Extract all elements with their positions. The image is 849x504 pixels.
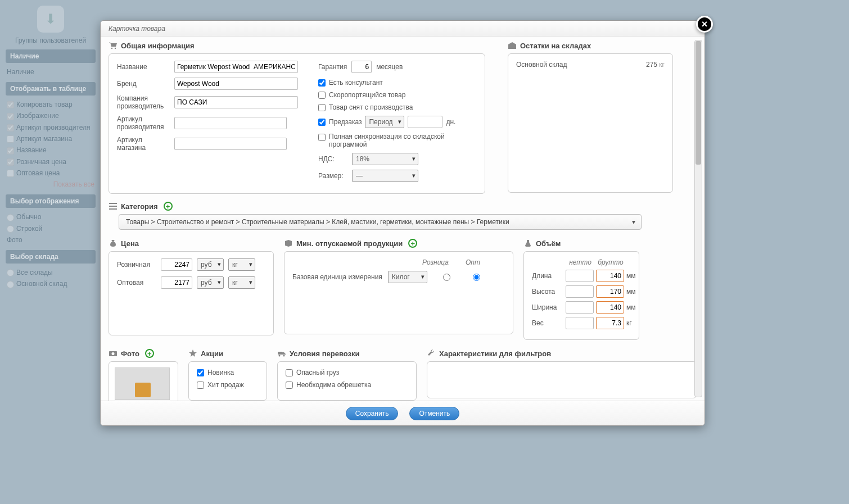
product-thumbnail[interactable] <box>115 367 170 400</box>
weight-unit: кг <box>626 319 640 327</box>
svg-rect-3 <box>513 46 515 48</box>
svg-point-11 <box>283 355 285 357</box>
danger-label: Опасный груз <box>296 369 339 376</box>
retail-currency-select[interactable]: руб <box>197 258 224 271</box>
perishable-checkbox[interactable] <box>318 92 326 99</box>
wholesale-currency-select[interactable]: руб <box>197 276 224 289</box>
panel-stock: Основной склад 275 кг <box>508 53 673 193</box>
wholesale-head: Опт <box>466 258 480 266</box>
svg-rect-5 <box>109 206 117 207</box>
height-label: Высота <box>532 288 565 296</box>
svg-rect-4 <box>109 203 117 204</box>
size-select[interactable]: — <box>352 170 418 182</box>
preorder-days-unit: дн. <box>446 118 455 126</box>
wholesale-weight-select[interactable]: кг <box>228 276 255 289</box>
vat-label: НДС: <box>318 155 346 163</box>
sku-mfr-input[interactable] <box>174 117 287 129</box>
manufacturer-label: Компания производитель <box>117 94 169 111</box>
vat-select[interactable]: 18% <box>352 153 418 165</box>
scrollbar[interactable] <box>694 40 702 397</box>
add-minrelease-button[interactable]: + <box>408 239 417 248</box>
panel-shipping: Опасный груз Необходима обрешетка <box>277 361 417 401</box>
height-net-input[interactable] <box>566 285 594 298</box>
section-promo-title: Акции <box>201 349 223 358</box>
length-net-input[interactable] <box>566 270 594 282</box>
warranty-unit: месяцев <box>376 63 403 71</box>
camera-icon <box>109 349 118 358</box>
sync-checkbox[interactable] <box>318 134 326 141</box>
sync-label: Полная синхронизация со складской програ… <box>329 133 453 148</box>
brand-label: Бренд <box>117 80 169 88</box>
close-button[interactable]: × <box>696 16 713 33</box>
net-head: нетто <box>566 258 595 266</box>
section-stock-title: Остатки на складах <box>520 42 591 50</box>
preorder-label: Предзаказ <box>329 118 362 126</box>
stock-qty: 275 кг <box>646 61 665 69</box>
panel-price: Розничная руб кг Оптовая руб кг <box>109 251 274 335</box>
panel-photo <box>109 361 178 401</box>
section-filters-title: Характеристики для фильтров <box>439 349 551 358</box>
length-label: Длина <box>532 272 565 280</box>
hit-checkbox[interactable] <box>197 382 204 389</box>
base-unit-select[interactable]: Килог <box>388 271 427 283</box>
preorder-checkbox[interactable] <box>318 119 326 126</box>
svg-point-0 <box>111 48 112 49</box>
new-label: Новинка <box>207 369 234 376</box>
manufacturer-input[interactable] <box>174 96 298 108</box>
category-dropdown[interactable]: Товары > Строительство и ремонт > Строит… <box>119 214 642 230</box>
cancel-button[interactable]: Отменить <box>409 407 459 420</box>
svg-rect-2 <box>509 46 512 48</box>
warranty-input[interactable] <box>351 61 372 73</box>
add-photo-button[interactable]: + <box>145 349 154 358</box>
panel-filters <box>427 361 697 398</box>
consultant-checkbox[interactable] <box>318 79 326 87</box>
danger-checkbox[interactable] <box>286 369 293 376</box>
crate-label: Необходима обрешетка <box>296 381 371 389</box>
panel-minrelease: Розница Опт Базовая единица измерения Ки… <box>284 251 513 334</box>
discontinued-checkbox[interactable] <box>318 104 326 111</box>
retail-input[interactable] <box>161 258 192 271</box>
weight-net-input[interactable] <box>566 317 594 329</box>
retail-radio[interactable] <box>443 274 450 281</box>
wholesale-label: Оптовая <box>117 279 156 287</box>
section-category-title: Категория <box>121 202 158 211</box>
name-input[interactable] <box>174 61 298 73</box>
background-sidebar: ⬇ Группы пользователей Наличие Наличие О… <box>0 0 101 296</box>
retail-weight-select[interactable]: кг <box>228 258 255 271</box>
add-category-button[interactable]: + <box>164 202 173 211</box>
height-gross-input[interactable] <box>596 285 624 298</box>
stock-row: Основной склад 275 кг <box>516 61 665 69</box>
width-label: Ширина <box>532 303 565 311</box>
section-minrelease-title: Мин. отпускаемой продукции <box>296 239 403 248</box>
preorder-period-select[interactable]: Период <box>365 116 404 128</box>
discontinued-label: Товар снят с производства <box>329 103 413 111</box>
width-unit: мм <box>626 303 640 311</box>
sku-store-input[interactable] <box>174 138 287 150</box>
width-net-input[interactable] <box>566 301 594 314</box>
crate-checkbox[interactable] <box>286 382 293 389</box>
panel-general: Название Бренд Компания производитель <box>109 53 485 194</box>
save-button[interactable]: Сохранить <box>346 407 399 420</box>
weight-gross-input[interactable] <box>596 317 624 329</box>
section-price-title: Цена <box>121 239 139 248</box>
wholesale-input[interactable] <box>161 276 192 289</box>
preorder-days-input[interactable] <box>408 116 442 128</box>
moneybag-icon <box>109 239 118 248</box>
section-shipping-title: Условия перевозки <box>290 349 360 358</box>
warehouse-icon <box>508 41 517 50</box>
modal-title: Карточка товара <box>101 21 705 37</box>
stock-name: Основной склад <box>516 61 567 69</box>
gross-head: брутто <box>596 258 625 266</box>
retail-head: Розница <box>422 258 449 266</box>
panel-volume: неттобрутто Длина мм Высота мм <box>523 251 639 340</box>
width-gross-input[interactable] <box>596 301 624 314</box>
base-unit-label: Базовая единица измерения <box>292 273 382 281</box>
length-gross-input[interactable] <box>596 270 624 282</box>
length-unit: мм <box>626 272 640 280</box>
star-icon <box>188 349 197 358</box>
wholesale-radio[interactable] <box>473 274 480 281</box>
box-icon <box>284 239 293 248</box>
new-checkbox[interactable] <box>197 369 204 376</box>
hit-label: Хит продаж <box>207 381 244 389</box>
brand-input[interactable] <box>174 78 298 90</box>
